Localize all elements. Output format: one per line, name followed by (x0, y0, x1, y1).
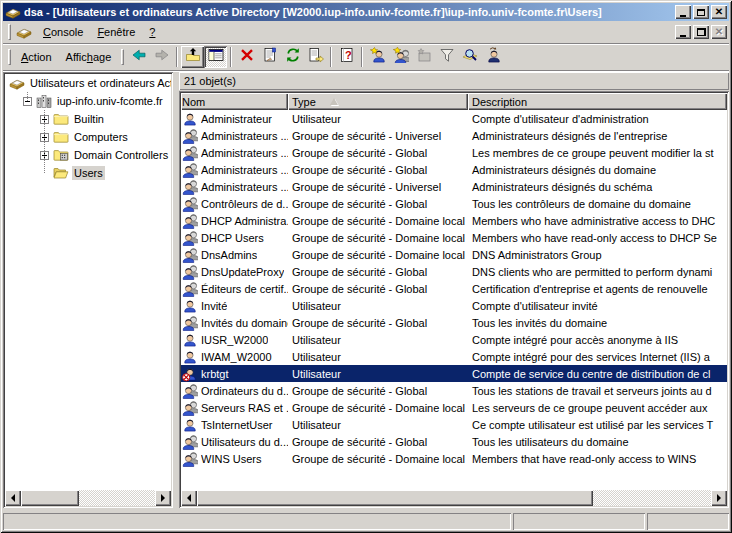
show-console-tree-button[interactable] (204, 46, 227, 68)
table-row[interactable]: Administrateurs ...Groupe de sécurité - … (181, 127, 727, 144)
filter-button[interactable] (435, 46, 458, 68)
console-menu-icon[interactable] (16, 24, 32, 40)
result-list-panel: Nom Type Description AdministrateurUtili… (179, 91, 729, 508)
table-row[interactable]: Administrateurs ...Groupe de sécurité - … (181, 161, 727, 178)
table-row[interactable]: Serveurs RAS et ...Groupe de sécurité - … (181, 399, 727, 416)
group-icon (182, 264, 201, 280)
up-one-level-button[interactable] (181, 46, 204, 68)
tree-item-builtin[interactable]: Builtin (5, 110, 171, 128)
child-minimize-button[interactable] (675, 25, 691, 39)
table-row[interactable]: DnsUpdateProxyGroupe de sécurité - Globa… (181, 263, 727, 280)
status-cell (3, 513, 511, 530)
row-type: Utilisateur (288, 113, 468, 125)
menu-affichage[interactable]: Affichage (59, 49, 119, 65)
table-row[interactable]: krbtgtUtilisateurCompte de service du ce… (181, 365, 727, 382)
column-header-nom[interactable]: Nom (181, 93, 288, 110)
tree-item-domain-controllers[interactable]: Domain Controllers (5, 146, 171, 164)
table-row[interactable]: IWAM_W2000UtilisateurCompte intégré pour… (181, 348, 727, 365)
list-rows: AdministrateurUtilisateurCompte d'utilis… (181, 110, 727, 490)
refresh-button[interactable] (281, 46, 304, 68)
back-button[interactable] (127, 46, 150, 68)
table-row[interactable]: Administrateurs ...Groupe de sécurité - … (181, 178, 727, 195)
table-row[interactable]: TsInternetUserUtilisateurCe compte utili… (181, 416, 727, 433)
scroll-right-button[interactable] (711, 490, 727, 506)
tree-item-users[interactable]: Users (5, 164, 171, 182)
scroll-right-button[interactable] (155, 490, 171, 506)
new-user-button[interactable] (366, 46, 389, 68)
tree-item-computers[interactable]: Computers (5, 128, 171, 146)
column-header-type[interactable]: Type (288, 93, 468, 110)
tree-item-label: Utilisateurs et ordinateurs Active Direc… (28, 76, 171, 90)
list-horizontal-scrollbar[interactable] (181, 490, 727, 506)
menu-action[interactable]: Action (14, 49, 59, 65)
row-name: DnsAdmins (201, 249, 257, 261)
child-restore-button[interactable] (693, 25, 709, 39)
find-button[interactable] (458, 46, 481, 68)
row-name: Administrateurs ... (201, 130, 288, 142)
row-description: Compte intégré pour accès anonyme à IIS (468, 334, 727, 346)
close-icon: ✕ (715, 7, 723, 17)
row-description: Compte d'utilisateur invité (468, 300, 727, 312)
table-row[interactable]: DHCP Administra...Groupe de sécurité - D… (181, 212, 727, 229)
special-task-button[interactable] (481, 46, 504, 68)
minimize-button[interactable] (675, 5, 691, 19)
tree-item-label: iup-info.univ-fcomte.fr (55, 94, 165, 108)
title-bar[interactable]: dsa - [Utilisateurs et ordinateurs Activ… (3, 3, 729, 21)
menu-fenetre[interactable]: Fenêtre (90, 24, 142, 40)
group-icon (182, 128, 201, 144)
maximize-icon (697, 9, 705, 16)
delete-button[interactable] (235, 46, 258, 68)
tree-item-utilisateurs-et-ordinateurs-active-directory[interactable]: Utilisateurs et ordinateurs Active Direc… (5, 74, 171, 92)
tree-item-iup-info-univ-fcomte-fr[interactable]: iup-info.univ-fcomte.fr (5, 92, 171, 110)
menu-help[interactable]: ? (142, 24, 162, 40)
delete-icon (239, 47, 255, 67)
scrollbar-thumb[interactable] (21, 490, 79, 506)
row-type: Groupe de sécurité - Domaine local (288, 215, 468, 227)
table-row[interactable]: Invités du domaineGroupe de sécurité - G… (181, 314, 727, 331)
menubar-grip[interactable] (8, 24, 11, 40)
toolbar-separator (230, 47, 232, 67)
console-tree: Utilisateurs et ordinateurs Active Direc… (5, 74, 171, 490)
folder-icon (53, 129, 69, 145)
row-type: Utilisateur (288, 419, 468, 431)
table-row[interactable]: DHCP UsersGroupe de sécurité - Domaine l… (181, 229, 727, 246)
table-row[interactable]: Utilisateurs du d...Groupe de sécurité -… (181, 433, 727, 450)
row-type: Utilisateur (288, 300, 468, 312)
user-special-icon (485, 47, 501, 67)
row-description: Tous les contrôleurs de domaine du domai… (468, 198, 727, 210)
maximize-button[interactable] (693, 5, 709, 19)
table-row[interactable]: Ordinateurs du d...Groupe de sécurité - … (181, 382, 727, 399)
scroll-left-button[interactable] (5, 490, 21, 506)
row-description: Administrateurs désignés du schéma (468, 181, 727, 193)
user-icon (182, 298, 201, 314)
row-type: Groupe de sécurité - Global (288, 385, 468, 397)
table-row[interactable]: DnsAdminsGroupe de sécurité - Domaine lo… (181, 246, 727, 263)
row-name: Invité (201, 300, 227, 312)
menu-console[interactable]: Console (36, 24, 90, 40)
column-header-description[interactable]: Description (468, 93, 727, 110)
row-type: Groupe de sécurité - Global (288, 164, 468, 176)
export-list-button[interactable] (304, 46, 327, 68)
scrollbar-thumb[interactable] (197, 490, 593, 506)
row-name: Ordinateurs du d... (201, 385, 288, 397)
table-row[interactable]: AdministrateurUtilisateurCompte d'utilis… (181, 110, 727, 127)
table-row[interactable]: Éditeurs de certif...Groupe de sécurité … (181, 280, 727, 297)
toolbar-grip[interactable] (8, 49, 11, 65)
console-icon (9, 75, 25, 91)
row-type: Groupe de sécurité - Domaine local (288, 453, 468, 465)
properties-button[interactable] (258, 46, 281, 68)
close-button[interactable]: ✕ (711, 5, 727, 19)
scroll-left-button[interactable] (181, 490, 197, 506)
user-disabled-icon (182, 366, 201, 382)
table-row[interactable]: IUSR_W2000UtilisateurCompte intégré pour… (181, 331, 727, 348)
toolbar-grip2[interactable] (121, 49, 124, 65)
status-cell (647, 513, 729, 530)
help-button[interactable]: ? (335, 46, 358, 68)
table-row[interactable]: Administrateurs ...Groupe de sécurité - … (181, 144, 727, 161)
new-group-button[interactable] (389, 46, 412, 68)
table-row[interactable]: WINS UsersGroupe de sécurité - Domaine l… (181, 450, 727, 467)
table-row[interactable]: InvitéUtilisateurCompte d'utilisateur in… (181, 297, 727, 314)
table-row[interactable]: Contrôleurs de d...Groupe de sécurité - … (181, 195, 727, 212)
user-icon (182, 332, 201, 348)
tree-horizontal-scrollbar[interactable] (5, 490, 171, 506)
